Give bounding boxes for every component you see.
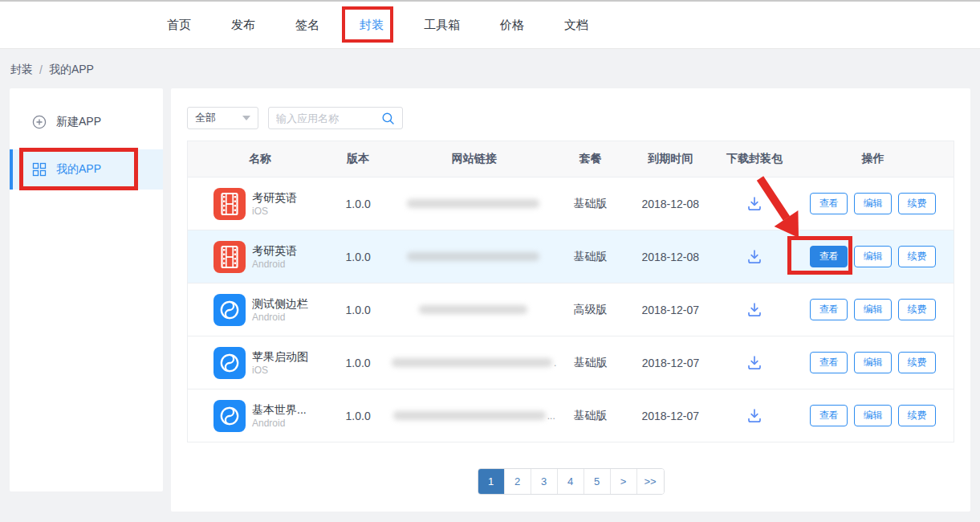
download-icon <box>746 407 763 425</box>
view-button[interactable]: 查看 <box>810 246 848 267</box>
table-row: 考研英语 iOS 1.0.0 基础版 2018-12-08 查看 编辑 <box>188 177 954 230</box>
app-platform: Android <box>252 417 307 430</box>
view-button[interactable]: 查看 <box>810 299 848 320</box>
nav-item-link[interactable]: 首页 <box>167 2 191 48</box>
app-expiry-date: 2018-12-08 <box>624 251 717 263</box>
table-row: 考研英语 Android 1.0.0 基础版 2018-12-08 查看 编辑 <box>188 230 954 283</box>
row-actions: 查看 编辑 续费 <box>810 193 936 214</box>
website-link-blurred <box>419 305 527 314</box>
app-plan: 基础版 <box>556 356 624 370</box>
app-platform: Android <box>252 258 297 271</box>
search-box <box>268 107 403 129</box>
app-plan: 高级版 <box>556 303 624 317</box>
nav-item-link[interactable]: 文档 <box>564 2 588 48</box>
breadcrumb-current: 我的APP <box>49 63 94 77</box>
page-4[interactable]: 4 <box>558 469 584 494</box>
edit-button[interactable]: 编辑 <box>854 193 892 214</box>
nav-item-active[interactable]: 封装 <box>360 2 384 48</box>
col-header-actions: 操作 <box>792 152 954 166</box>
row-actions: 查看 编辑 续费 <box>810 352 936 373</box>
renew-button[interactable]: 续费 <box>898 299 936 320</box>
download-icon <box>746 195 763 213</box>
film-icon <box>213 188 246 220</box>
nav-item-link[interactable]: 价格 <box>500 2 524 48</box>
website-link-blurred <box>392 358 552 367</box>
renew-button[interactable]: 续费 <box>898 193 936 214</box>
download-icon <box>746 248 763 266</box>
app-version: 1.0.0 <box>324 198 392 210</box>
website-link-blurred <box>393 411 546 420</box>
app-expiry-date: 2018-12-07 <box>624 410 717 422</box>
download-icon <box>746 301 763 319</box>
table-row: 测试侧边栏 Android 1.0.0 高级版 2018-12-07 查看 编辑 <box>188 283 954 336</box>
search-input[interactable] <box>276 112 381 124</box>
app-name: 测试侧边栏 <box>252 296 308 311</box>
renew-button[interactable]: 续费 <box>898 246 936 267</box>
app-version: 1.0.0 <box>324 410 392 422</box>
download-package-button[interactable] <box>746 407 763 425</box>
grid-icon <box>32 162 47 177</box>
website-link-blurred <box>407 199 539 208</box>
pagination: 12345>>> <box>187 468 954 495</box>
download-package-button[interactable] <box>746 248 763 266</box>
col-header-plan: 套餐 <box>556 152 624 166</box>
app-platform: Android <box>252 311 308 324</box>
edit-button[interactable]: 编辑 <box>854 352 892 373</box>
view-button[interactable]: 查看 <box>810 352 848 373</box>
app-name: 考研英语 <box>252 243 297 258</box>
app-version: 1.0.0 <box>324 251 392 263</box>
main-panel: 全部 名称 版本 网站链接 套餐 到期时间 下载封装包 操作 <box>171 88 970 512</box>
website-link-blurred <box>407 252 539 261</box>
view-button[interactable]: 查看 <box>810 405 848 426</box>
renew-button[interactable]: 续费 <box>898 405 936 426</box>
col-header-download: 下载封装包 <box>717 152 793 166</box>
s-swirl-icon <box>213 347 246 379</box>
col-header-version: 版本 <box>324 152 392 166</box>
search-icon[interactable] <box>381 112 395 125</box>
renew-button[interactable]: 续费 <box>898 352 936 373</box>
table-row: 基本世界... Android 1.0.0 ... 基础版 2018-12-07… <box>188 389 954 442</box>
col-header-name: 名称 <box>188 152 324 166</box>
last-page-button[interactable]: >> <box>637 469 664 494</box>
plus-circle-icon <box>32 115 47 129</box>
page-1[interactable]: 1 <box>478 469 505 494</box>
app-table: 名称 版本 网站链接 套餐 到期时间 下载封装包 操作 <box>187 141 954 442</box>
category-selected-value: 全部 <box>195 111 216 125</box>
sidebar-item-new-app[interactable]: 新建APP <box>10 102 163 142</box>
app-version: 1.0.0 <box>324 304 392 316</box>
app-expiry-date: 2018-12-08 <box>624 198 717 210</box>
col-header-link: 网站链接 <box>392 152 557 166</box>
download-icon <box>746 354 763 372</box>
app-name: 考研英语 <box>252 190 297 205</box>
download-package-button[interactable] <box>746 195 763 213</box>
app-version: 1.0.0 <box>324 357 392 369</box>
edit-button[interactable]: 编辑 <box>854 299 892 320</box>
view-button[interactable]: 查看 <box>810 193 848 214</box>
sidebar-item-label: 新建APP <box>56 115 101 129</box>
nav-item-link[interactable]: 发布 <box>231 2 255 48</box>
table-bottom-border <box>188 442 954 442</box>
nav-item-link[interactable]: 工具箱 <box>424 2 460 48</box>
nav-item-link[interactable]: 签名 <box>295 2 319 48</box>
edit-button[interactable]: 编辑 <box>854 246 892 267</box>
breadcrumb-parent[interactable]: 封装 <box>10 63 33 77</box>
filter-bar: 全部 <box>187 107 954 129</box>
sidebar-item-my-app[interactable]: 我的APP <box>10 149 163 190</box>
row-actions: 查看 编辑 续费 <box>810 299 936 320</box>
page-5[interactable]: 5 <box>584 469 611 494</box>
download-package-button[interactable] <box>746 354 763 372</box>
top-bar: 首页发布签名封装工具箱价格文档 <box>0 0 980 49</box>
page-3[interactable]: 3 <box>531 469 558 494</box>
table-header-row: 名称 版本 网站链接 套餐 到期时间 下载封装包 操作 <box>188 141 954 177</box>
app-plan: 基础版 <box>556 250 624 264</box>
table-body: 考研英语 iOS 1.0.0 基础版 2018-12-08 查看 编辑 <box>188 177 954 442</box>
page-2[interactable]: 2 <box>505 469 531 494</box>
top-nav: 首页发布签名封装工具箱价格文档 <box>167 2 588 48</box>
table-row: 苹果启动图 iOS 1.0.0 . 基础版 2018-12-07 查看 编辑 <box>188 336 954 389</box>
sidebar: 新建APP 我的APP <box>10 88 163 491</box>
category-select[interactable]: 全部 <box>187 107 258 129</box>
next-page-button[interactable]: > <box>611 469 637 494</box>
edit-button[interactable]: 编辑 <box>854 405 892 426</box>
app-plan: 基础版 <box>556 197 624 211</box>
download-package-button[interactable] <box>746 301 763 319</box>
